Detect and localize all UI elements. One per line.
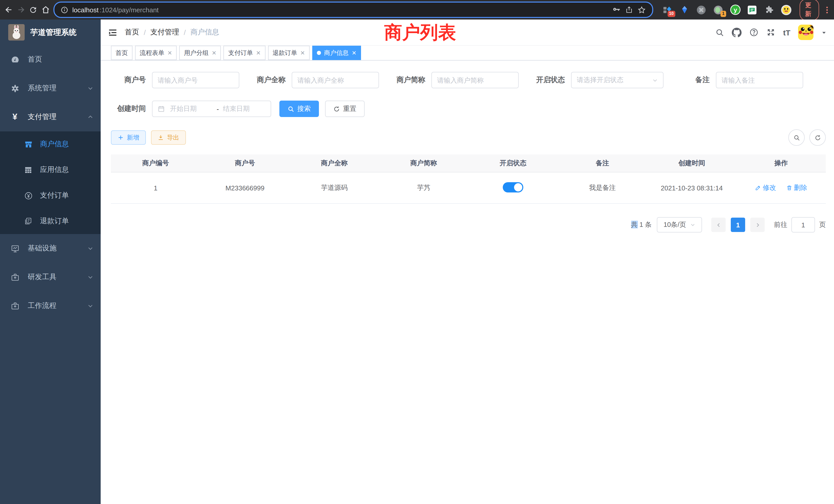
tab-merchant-info[interactable]: 商户信息✕ (312, 46, 361, 60)
sidebar: 芋道管理系统 首页 系统管理 ¥ 支付管理 (0, 20, 101, 504)
chevron-left-icon (716, 222, 721, 228)
tab-label: 用户分组 (184, 48, 208, 57)
extension-command-icon[interactable]: ⌘ (696, 5, 706, 15)
create-time-range-picker[interactable]: 开始日期 - 结束日期 (152, 100, 271, 117)
sidebar-item-system[interactable]: 系统管理 (0, 74, 101, 102)
sidebar-collapse-icon[interactable] (108, 27, 117, 37)
browser-menu-icon[interactable] (826, 6, 828, 13)
browser-forward-icon[interactable] (17, 3, 26, 17)
tab-user-group[interactable]: 用户分组✕ (179, 46, 221, 60)
tab-close-icon[interactable]: ✕ (168, 50, 172, 56)
prev-page-button[interactable] (711, 217, 726, 232)
sidebar-item-pay-order[interactable]: 支付订单 (0, 183, 101, 208)
merchant-no-input[interactable] (152, 72, 239, 88)
user-avatar[interactable] (798, 25, 813, 40)
fullscreen-icon[interactable] (766, 28, 775, 37)
breadcrumb-item[interactable]: 支付管理 (151, 28, 179, 37)
add-button-label: 新增 (127, 133, 139, 142)
sidebar-item-label: 研发工具 (28, 273, 87, 282)
bookmark-star-icon[interactable] (637, 5, 646, 14)
browser-back-icon[interactable] (4, 3, 13, 17)
tab-close-icon[interactable]: ✕ (352, 50, 356, 56)
page-number-button[interactable]: 1 (731, 217, 745, 232)
tab-close-icon[interactable]: ✕ (212, 50, 216, 56)
merchant-shortname-input[interactable] (431, 72, 519, 88)
sidebar-item-infra[interactable]: 基础设施 (0, 234, 101, 263)
font-size-icon[interactable]: tT (783, 28, 790, 37)
merchant-fullname-input[interactable] (292, 72, 379, 88)
tab-flow-form[interactable]: 流程表单✕ (135, 46, 177, 60)
sidebar-item-workflow[interactable]: 工作流程 (0, 292, 101, 320)
page-info-icon[interactable] (60, 6, 68, 14)
extension-gem-icon[interactable] (679, 5, 689, 15)
github-icon[interactable] (732, 27, 742, 37)
status-toggle[interactable] (503, 182, 523, 192)
browser-home-icon[interactable] (41, 3, 50, 17)
extension-y-icon[interactable]: y (730, 5, 740, 15)
tabs-bar: 首页 流程表单✕ 用户分组✕ 支付订单✕ 退款订单✕ 商户信息✕ (101, 46, 834, 61)
tab-pay-order[interactable]: 支付订单✕ (224, 46, 265, 60)
gear-icon (9, 84, 21, 93)
url-host: localhost (72, 6, 98, 14)
extension-recorder-icon[interactable]: 1 (713, 5, 723, 15)
sidebar-item-home[interactable]: 首页 (0, 45, 101, 74)
field-label: 商户全称 (250, 75, 286, 85)
sidebar-item-payment[interactable]: ¥ 支付管理 (0, 102, 101, 131)
reset-button[interactable]: 重置 (325, 100, 365, 117)
extension-chat-icon[interactable] (747, 5, 757, 15)
status-select[interactable]: 请选择开启状态 (571, 72, 663, 88)
sidebar-item-dev-tools[interactable]: 研发工具 (0, 263, 101, 292)
extension-grid-icon[interactable]: 10 (662, 5, 673, 15)
toggle-search-button[interactable] (788, 129, 805, 146)
tab-label: 商户信息 (324, 48, 349, 57)
password-key-icon[interactable] (612, 5, 621, 14)
tab-close-icon[interactable]: ✕ (300, 50, 305, 56)
goto-page-input[interactable] (791, 217, 815, 232)
end-date-placeholder: 结束日期 (223, 104, 265, 113)
tab-close-icon[interactable]: ✕ (256, 50, 261, 56)
top-navbar: 首页 / 支付管理 / 商户信息 (101, 20, 834, 46)
search-button[interactable]: 搜索 (279, 100, 319, 117)
page-content: 商户号 商户全称 商户简称 开启状态 请选择开启状态 (101, 61, 834, 504)
browser-reload-icon[interactable] (29, 3, 38, 17)
y-letter: y (733, 6, 737, 13)
edit-action[interactable]: 修改 (755, 183, 776, 192)
sidebar-item-label: 基础设施 (28, 244, 87, 253)
browser-update-button[interactable]: 更新 (799, 0, 819, 21)
address-bar[interactable]: localhost:1024/pay/merchant (53, 2, 653, 18)
help-icon[interactable] (749, 28, 759, 37)
refresh-table-button[interactable] (809, 129, 826, 146)
chevron-down-icon (87, 245, 93, 251)
next-page-button[interactable] (750, 217, 765, 232)
navbar-actions: tT (716, 25, 827, 40)
extensions-puzzle-icon[interactable] (764, 5, 774, 15)
profile-emoji-avatar[interactable] (781, 5, 791, 15)
app-logo[interactable]: 芋道管理系统 (0, 20, 101, 45)
sidebar-item-refund-order[interactable]: 退款订单 (0, 208, 101, 234)
sidebar-item-merchant-info[interactable]: 商户信息 (0, 131, 101, 157)
add-button[interactable]: 新增 (111, 130, 146, 145)
breadcrumb-item[interactable]: 首页 (125, 28, 139, 37)
pagination-total: 共 1 条 (631, 220, 652, 229)
table-toolbar: 新增 导出 (111, 129, 826, 146)
export-button[interactable]: 导出 (151, 130, 186, 145)
tab-label: 流程表单 (140, 48, 164, 57)
tab-home[interactable]: 首页 (111, 46, 132, 60)
table-row: 1 M233666999 芋道源码 芋艿 我是备注 2021-10-23 08:… (111, 172, 826, 204)
share-icon[interactable] (625, 6, 633, 14)
tab-refund-order[interactable]: 退款订单✕ (268, 46, 309, 60)
delete-action[interactable]: 删除 (786, 183, 807, 192)
cell-remark: 我是备注 (558, 172, 647, 204)
total-count: 1 (639, 221, 643, 228)
total-prefix: 共 (631, 221, 638, 228)
remark-input[interactable] (716, 72, 803, 88)
search-button-label: 搜索 (297, 104, 311, 113)
export-button-label: 导出 (167, 133, 179, 142)
browser-toolbar: localhost:1024/pay/merchant 10 ⌘ (0, 0, 834, 20)
sidebar-item-app-info[interactable]: 应用信息 (0, 157, 101, 183)
grid-icon (23, 166, 34, 174)
search-icon[interactable] (716, 28, 724, 37)
avatar-caret-icon[interactable] (821, 29, 827, 35)
page-size-select[interactable]: 10条/页 (657, 217, 702, 232)
breadcrumb-separator: / (184, 28, 186, 37)
